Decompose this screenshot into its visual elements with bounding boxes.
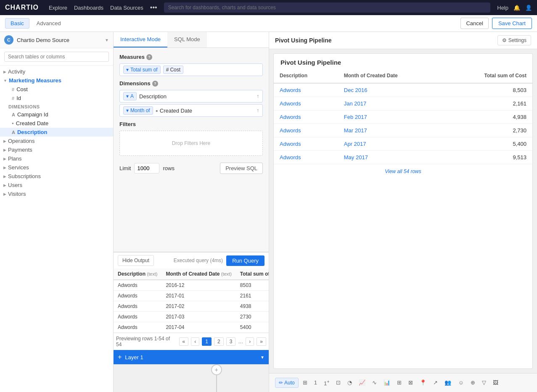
- image-icon[interactable]: 🖼: [490, 377, 501, 388]
- settings-button[interactable]: ⚙ Settings: [497, 35, 531, 45]
- histogram-icon[interactable]: ⊠: [406, 377, 415, 388]
- circle-icon: ●: [12, 121, 14, 125]
- nav-dashboards[interactable]: Dashboards: [74, 5, 103, 11]
- area-chart-icon[interactable]: ∿: [370, 377, 379, 388]
- sidebar-item-users[interactable]: ▶ Users: [0, 181, 113, 189]
- sidebar-item-plans[interactable]: ▶ Plans: [0, 154, 113, 163]
- sidebar-item-activity[interactable]: ▶ Activity: [0, 67, 113, 76]
- sidebar-item-operations[interactable]: ▶ Operations: [0, 137, 113, 145]
- page-next-button[interactable]: ›: [246, 337, 254, 346]
- datasource-selector[interactable]: C Chartio Demo Source ▼: [0, 32, 113, 48]
- cell-cost: 5400: [236, 322, 269, 333]
- sidebar-item-payments[interactable]: ▶ Payments: [0, 145, 113, 154]
- sidebar-item-label: Operations: [8, 138, 35, 144]
- table-row: Adwords 2017-03 2730: [114, 312, 269, 322]
- pivot-cell-cost: 4,938: [444, 110, 532, 124]
- nav-explore[interactable]: Explore: [49, 5, 67, 11]
- sidebar-item-visitors[interactable]: ▶ Visitors: [0, 189, 113, 198]
- chevron-down-icon: ▼: [3, 79, 7, 83]
- bar-chart-icon[interactable]: 📊: [381, 377, 393, 388]
- chevron-right-icon: ▶: [3, 183, 6, 187]
- table-row: Adwords 2016-12 8503: [114, 280, 269, 291]
- measure-field-tag[interactable]: # Cost: [163, 66, 183, 74]
- tab-sql-mode[interactable]: SQL Mode: [167, 32, 207, 47]
- add-pipeline-button[interactable]: +: [211, 364, 222, 375]
- sidebar-item-label: Services: [8, 164, 29, 171]
- output-bar: Hide Output Executed query (4ms) Run Que…: [114, 252, 269, 268]
- layer-dropdown-icon[interactable]: ▼: [260, 355, 265, 360]
- filter-icon[interactable]: ▽: [479, 377, 489, 388]
- help-link[interactable]: Help: [497, 5, 508, 11]
- table-search-input[interactable]: [4, 52, 109, 62]
- pivot-icon[interactable]: ⊕: [468, 377, 478, 388]
- dimensions-help-icon[interactable]: ?: [152, 81, 158, 87]
- chevron-right-icon: ▶: [3, 166, 6, 170]
- stacked-bar-icon[interactable]: ⊞: [394, 377, 404, 388]
- hide-output-button[interactable]: Hide Output: [118, 255, 154, 266]
- nav-search-input[interactable]: [164, 3, 491, 13]
- sidebar-item-id[interactable]: # Id: [0, 94, 113, 103]
- page-2-button[interactable]: 2: [214, 337, 224, 346]
- single-value-icon[interactable]: 1: [312, 377, 320, 388]
- pivot-row: Adwords Dec 2016 8,503: [274, 83, 532, 97]
- measure-field-label: Cost: [170, 67, 180, 73]
- mode-tabs: Interactive Mode SQL Mode: [114, 32, 269, 48]
- cell-month: 2016-12: [161, 280, 235, 291]
- view-all-link[interactable]: View all 54 rows: [274, 164, 532, 179]
- pivot-cell-month: Dec 2016: [338, 83, 445, 97]
- funnel-icon[interactable]: ↗: [431, 377, 440, 388]
- page-3-button[interactable]: 3: [226, 337, 236, 346]
- measures-header: Measures ?: [119, 54, 263, 60]
- nav-more-icon[interactable]: •••: [150, 4, 157, 11]
- sidebar-item-campaign-id[interactable]: A Campaign Id: [0, 110, 113, 119]
- dim-arrow-icon: ▾: [126, 108, 129, 113]
- dimensions-section-label: Dimensions: [0, 103, 113, 110]
- tab-interactive-mode[interactable]: Interactive Mode: [114, 32, 167, 47]
- auto-chart-button[interactable]: ✏ Auto: [275, 378, 299, 388]
- sidebar-item-marketing-measures[interactable]: ▼ Marketing Measures: [0, 76, 113, 85]
- sidebar-item-subscriptions[interactable]: ▶ Subscriptions: [0, 172, 113, 181]
- tab-basic[interactable]: Basic: [5, 18, 29, 29]
- dim2-sort-icon[interactable]: ↑: [257, 108, 259, 113]
- preview-sql-button[interactable]: Preview SQL: [220, 163, 263, 174]
- sidebar-item-label: Campaign Id: [17, 111, 48, 118]
- results-table: Description (text) Month of Created Date…: [114, 268, 269, 333]
- user-icon[interactable]: 👤: [525, 5, 532, 11]
- notifications-icon[interactable]: 🔔: [513, 5, 520, 11]
- cohort-icon[interactable]: 👥: [442, 377, 454, 388]
- table-chart-icon[interactable]: ⊞: [300, 377, 310, 388]
- filters-drop-zone[interactable]: Drop Filters Here: [119, 131, 263, 156]
- page-1-button[interactable]: 1: [202, 337, 212, 346]
- dim1-tag[interactable]: ▾ A: [123, 92, 137, 100]
- measures-help-icon[interactable]: ?: [146, 54, 152, 60]
- top-nav: CHARTIO Explore Dashboards Data Sources …: [0, 0, 537, 15]
- pie-icon[interactable]: ◔: [345, 377, 354, 388]
- scatter-icon[interactable]: ⊡: [333, 377, 343, 388]
- nav-data-sources[interactable]: Data Sources: [110, 5, 143, 11]
- emoji-icon[interactable]: ☺: [455, 377, 466, 388]
- tab-advanced[interactable]: Advanced: [31, 18, 66, 29]
- dim1-sort-icon[interactable]: ↑: [257, 93, 259, 99]
- save-chart-button[interactable]: Save Chart: [492, 18, 532, 29]
- sidebar-item-cost[interactable]: # Cost: [0, 85, 113, 94]
- sidebar-item-description[interactable]: A Description: [0, 128, 113, 137]
- sidebar-item-created-date[interactable]: ● Created Date: [0, 119, 113, 128]
- page-prev-button[interactable]: ‹: [191, 337, 199, 346]
- gauge-icon[interactable]: 1+: [321, 377, 332, 389]
- pivot-row: Adwords Mar 2017 2,730: [274, 124, 532, 137]
- sidebar-item-services[interactable]: ▶ Services: [0, 163, 113, 172]
- sidebar-item-label: Activity: [8, 68, 25, 75]
- dim2-tag[interactable]: ▾ Month of: [123, 106, 153, 115]
- map-icon[interactable]: 📍: [417, 377, 429, 388]
- add-layer-button[interactable]: +: [118, 353, 122, 361]
- cancel-button[interactable]: Cancel: [460, 18, 488, 29]
- limit-input[interactable]: [134, 163, 159, 174]
- line-chart-icon[interactable]: 📈: [356, 377, 368, 388]
- pivot-header: Pivot Using Pipeline ⚙ Settings: [269, 32, 537, 49]
- page-last-button[interactable]: »: [257, 337, 266, 346]
- hash-icon: #: [12, 87, 14, 92]
- dimension-row-month: ▾ Month of ● Created Date ↑: [119, 104, 263, 117]
- page-first-button[interactable]: «: [179, 337, 189, 346]
- run-query-button[interactable]: Run Query: [226, 255, 265, 266]
- measure-aggregate-tag[interactable]: ▾ Total sum of: [123, 66, 161, 74]
